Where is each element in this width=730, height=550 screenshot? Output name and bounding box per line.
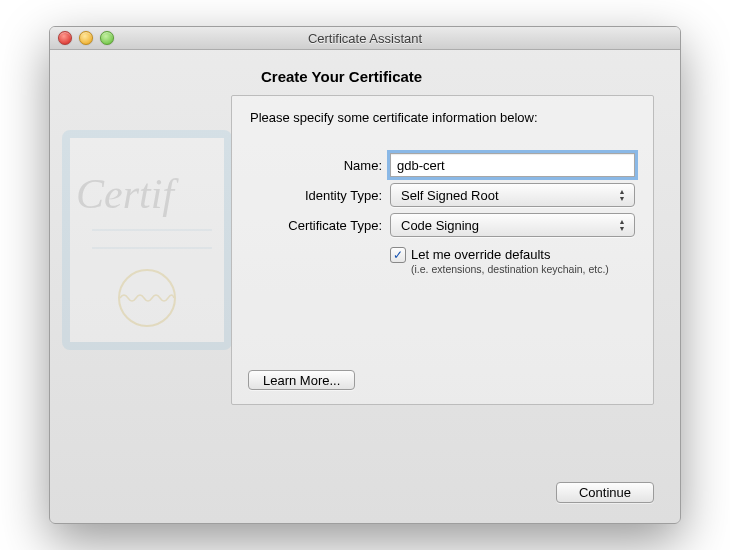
override-defaults-label: Let me override defaults: [411, 247, 609, 262]
name-field[interactable]: [390, 153, 635, 177]
learn-more-button[interactable]: Learn More...: [248, 370, 355, 390]
chevron-updown-icon: ▲▼: [614, 216, 630, 233]
dialog-window: Certificate Assistant Certif Create Your…: [49, 26, 681, 524]
identity-row: Identity Type: Self Signed Root ▲▼: [250, 183, 635, 207]
identity-type-select[interactable]: Self Signed Root ▲▼: [390, 183, 635, 207]
name-row: Name:: [250, 153, 635, 177]
svg-text:Certif: Certif: [76, 171, 179, 217]
traffic-lights: [58, 31, 114, 45]
certificate-type-value: Code Signing: [401, 218, 479, 233]
override-defaults-checkbox[interactable]: ✓: [390, 247, 406, 263]
window-title: Certificate Assistant: [50, 31, 680, 46]
certificate-illustration-icon: Certif: [62, 130, 232, 350]
svg-point-4: [119, 270, 175, 326]
cert-type-row: Certificate Type: Code Signing ▲▼: [250, 213, 635, 237]
continue-button[interactable]: Continue: [556, 482, 654, 503]
minimize-icon[interactable]: [79, 31, 93, 45]
page-title: Create Your Certificate: [261, 68, 654, 85]
name-label: Name:: [250, 158, 390, 173]
identity-type-value: Self Signed Root: [401, 188, 499, 203]
titlebar: Certificate Assistant: [50, 27, 680, 50]
override-defaults-sublabel: (i.e. extensions, destination keychain, …: [411, 263, 609, 275]
override-text-group: Let me override defaults (i.e. extension…: [411, 247, 609, 275]
identity-type-label: Identity Type:: [250, 188, 390, 203]
svg-rect-0: [66, 134, 228, 346]
instruction-text: Please specify some certificate informat…: [250, 110, 635, 125]
zoom-icon[interactable]: [100, 31, 114, 45]
chevron-updown-icon: ▲▼: [614, 186, 630, 203]
override-row: ✓ Let me override defaults (i.e. extensi…: [390, 247, 635, 275]
dialog-footer: Continue: [50, 468, 680, 523]
certificate-type-label: Certificate Type:: [250, 218, 390, 233]
close-icon[interactable]: [58, 31, 72, 45]
form-panel: Please specify some certificate informat…: [231, 95, 654, 405]
certificate-type-select[interactable]: Code Signing ▲▼: [390, 213, 635, 237]
dialog-body: Certif Create Your Certificate Please sp…: [50, 50, 680, 468]
